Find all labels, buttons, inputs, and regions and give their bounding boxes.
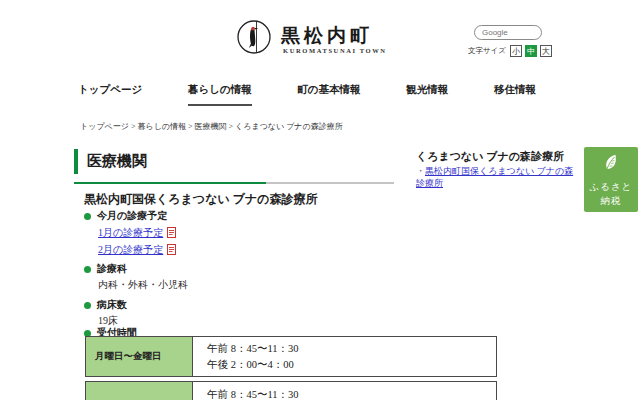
search-input[interactable] (482, 28, 534, 37)
table-row: 第1・第3土曜日 (専門外来・事前予約のみ) 午前 8：45〜11：30 ※診療… (85, 381, 497, 400)
furusato-tax-button[interactable]: ふるさと 納税 (584, 147, 638, 212)
page-title-block: 医療機関 (74, 149, 147, 174)
bullet-icon (84, 213, 91, 220)
bullet-icon (84, 266, 91, 273)
bullet-icon (84, 302, 91, 309)
february-schedule-pdf-link[interactable]: 2月の診療予定 (98, 243, 176, 257)
reception-hours-table: 月曜日〜金曜日 午前 8：45〜11：30 午後 2：00〜4：00 第1・第3… (85, 336, 497, 400)
nav-item-relocation[interactable]: 移住情報 (494, 83, 536, 106)
breadcrumb[interactable]: トップページ > 暮らしの情報 > 医療機関 > くろまつない ブナの森診療所 (80, 121, 343, 132)
sidebar-link-line: ・黒松内町国保くろまつない ブナの森診療所 (416, 166, 576, 189)
table-times-cell: 午前 8：45〜11：30 ※診療科に関わらず専門外来受付出来ません、予めご了承… (193, 382, 496, 400)
woodpecker-logo-icon (236, 41, 272, 58)
site-subtitle: KUROMATSUNAI TOWN (283, 47, 387, 54)
beds-list-item: 病床数 (84, 298, 127, 312)
departments-list-item: 診療科 (84, 262, 127, 276)
january-schedule-pdf-link[interactable]: 1月の診療予定 (98, 226, 176, 240)
main-nav: トップページ 暮らしの情報 町の基本情報 観光情報 移住情報 (78, 83, 536, 106)
font-size-control: 文字サイズ 小 中 大 (468, 45, 552, 57)
link-bullet: ・ (416, 166, 425, 176)
schedule-list-item: 今月の診療予定 (84, 209, 167, 223)
departments-value: 内科・外科・小児科 (98, 278, 188, 292)
town-logo[interactable] (236, 19, 272, 55)
title-rule (74, 182, 394, 184)
page-title: 医療機関 (87, 153, 147, 169)
nav-item-top[interactable]: トップページ (78, 83, 142, 106)
table-day-cell: 第1・第3土曜日 (専門外来・事前予約のみ) (86, 382, 193, 400)
font-size-small-button[interactable]: 小 (510, 45, 522, 57)
table-day-cell: 月曜日〜金曜日 (86, 337, 193, 376)
nav-item-living-info[interactable]: 暮らしの情報 (188, 83, 252, 106)
nav-item-tourism[interactable]: 観光情報 (406, 83, 448, 106)
site-title: 黒松内町 (281, 23, 373, 49)
leaf-icon (599, 151, 622, 178)
table-row: 月曜日〜金曜日 午前 8：45〜11：30 午後 2：00〜4：00 (85, 336, 497, 377)
font-size-label: 文字サイズ (468, 46, 506, 56)
sidebar-clinic-link[interactable]: 黒松内町国保くろまつない ブナの森診療所 (416, 166, 573, 188)
google-search-box[interactable] (474, 25, 542, 40)
pdf-icon (167, 244, 176, 257)
clinic-section-heading: 黒松内町国保くろまつない ブナの森診療所 (84, 191, 318, 208)
table-times-cell: 午前 8：45〜11：30 午後 2：00〜4：00 (193, 337, 496, 376)
font-size-medium-button[interactable]: 中 (525, 45, 537, 57)
pdf-icon (167, 227, 176, 240)
sidebar-heading: くろまつない ブナの森診療所 (416, 149, 564, 164)
font-size-large-button[interactable]: 大 (540, 45, 552, 57)
nav-item-town-basics[interactable]: 町の基本情報 (297, 83, 360, 106)
